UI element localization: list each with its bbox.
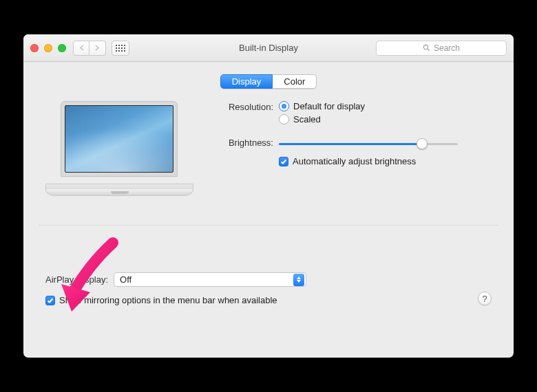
airplay-value: Off	[120, 274, 131, 285]
radio-icon	[279, 101, 289, 111]
slider-fill	[279, 143, 422, 145]
checkbox-label: Show mirroring options in the menu bar w…	[59, 295, 277, 305]
help-button[interactable]: ?	[478, 292, 492, 305]
resolution-label: Resolution:	[214, 101, 273, 112]
content-area: Display Color Resolution: Default for di…	[23, 62, 514, 358]
brightness-row: Brightness: Automatically adjus	[214, 137, 492, 166]
chevron-left-icon	[79, 45, 84, 51]
resolution-row: Resolution: Default for display Scaled	[214, 101, 492, 127]
help-glyph: ?	[482, 294, 487, 304]
resolution-default-radio[interactable]: Default for display	[279, 101, 492, 111]
airplay-select[interactable]: Off	[114, 272, 306, 287]
nav-buttons	[73, 41, 106, 56]
tab-bar: Display Color	[39, 74, 498, 89]
mirroring-checkbox[interactable]: Show mirroring options in the menu bar w…	[45, 295, 492, 305]
segmented-control: Display Color	[220, 74, 317, 89]
display-settings-panel: Resolution: Default for display Scaled B	[39, 98, 498, 226]
checkbox-icon	[279, 157, 288, 166]
tab-display[interactable]: Display	[220, 74, 273, 89]
checkbox-label: Automatically adjust brightness	[293, 156, 416, 166]
radio-label: Default for display	[293, 101, 365, 111]
brightness-slider[interactable]	[279, 138, 458, 149]
back-button[interactable]	[73, 41, 90, 56]
show-all-button[interactable]	[112, 41, 129, 56]
svg-line-1	[428, 49, 430, 51]
resolution-scaled-radio[interactable]: Scaled	[279, 114, 492, 124]
settings-group: Resolution: Default for display Scaled B	[214, 98, 492, 204]
select-arrows-icon	[293, 274, 304, 286]
airplay-row: AirPlay Display: Off	[45, 272, 492, 287]
search-input[interactable]: Search	[376, 41, 507, 56]
display-preview-image	[45, 101, 193, 204]
preferences-window: Built-in Display Search Display Color Re…	[23, 34, 514, 358]
titlebar: Built-in Display Search	[23, 34, 514, 62]
close-window-button[interactable]	[30, 44, 39, 52]
radio-label: Scaled	[293, 114, 321, 124]
minimize-window-button[interactable]	[44, 44, 52, 52]
chevron-right-icon	[95, 45, 100, 51]
window-controls	[30, 44, 66, 52]
grid-icon	[116, 45, 125, 52]
brightness-label: Brightness:	[214, 137, 273, 148]
tab-color[interactable]: Color	[273, 74, 317, 89]
checkbox-icon	[45, 296, 55, 305]
search-icon	[423, 44, 430, 52]
svg-point-0	[423, 45, 428, 49]
slider-thumb[interactable]	[417, 138, 428, 149]
zoom-window-button[interactable]	[58, 44, 66, 52]
search-placeholder: Search	[434, 43, 460, 53]
forward-button[interactable]	[90, 41, 106, 56]
lower-panel: AirPlay Display: Off Show mirroring opti…	[39, 226, 498, 315]
auto-brightness-checkbox[interactable]: Automatically adjust brightness	[279, 156, 492, 166]
radio-icon	[279, 114, 289, 124]
airplay-label: AirPlay Display:	[45, 274, 108, 285]
